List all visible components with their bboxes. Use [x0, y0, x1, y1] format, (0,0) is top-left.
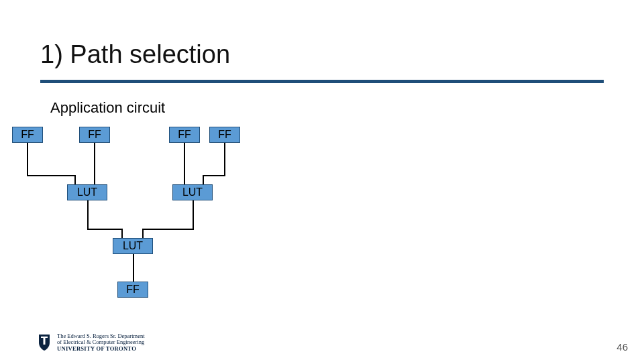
- flipflop-node: FF: [79, 127, 110, 143]
- page-number: 46: [616, 341, 628, 353]
- footer-branding: The Edward S. Rogers Sr. Department of E…: [37, 333, 145, 353]
- wire: [121, 229, 123, 238]
- flipflop-node: FF: [12, 127, 43, 143]
- slide-title: 1) Path selection: [40, 40, 230, 69]
- wire: [87, 200, 89, 230]
- wire: [27, 143, 28, 176]
- wire: [142, 229, 194, 230]
- lut-node: LUT: [172, 184, 213, 200]
- svg-rect-1: [44, 338, 46, 345]
- uoft-crest-icon: [37, 333, 52, 352]
- wire: [224, 143, 225, 176]
- wire: [184, 143, 185, 184]
- wire: [94, 143, 95, 184]
- footer-text: The Edward S. Rogers Sr. Department of E…: [57, 333, 145, 353]
- lut-node: LUT: [113, 238, 153, 254]
- wire: [74, 175, 76, 184]
- wire: [142, 229, 144, 238]
- subtitle: Application circuit: [50, 99, 165, 117]
- flipflop-node: FF: [117, 282, 148, 298]
- wire: [193, 200, 194, 230]
- wire: [203, 175, 225, 176]
- wire: [27, 175, 74, 176]
- footer-line-3: UNIVERSITY OF TORONTO: [57, 346, 145, 353]
- lut-node: LUT: [67, 184, 107, 200]
- flipflop-node: FF: [169, 127, 200, 143]
- svg-rect-0: [41, 337, 48, 338]
- flipflop-node: FF: [209, 127, 240, 143]
- wire: [203, 175, 204, 184]
- wire: [133, 254, 134, 282]
- wire: [87, 229, 121, 230]
- title-rule: [40, 80, 604, 83]
